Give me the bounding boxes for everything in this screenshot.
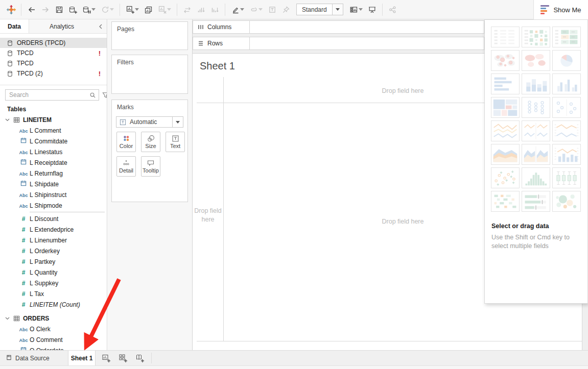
- field-item[interactable]: AbcL Comment: [0, 125, 107, 136]
- rows-shelf-area[interactable]: [250, 37, 484, 50]
- showme-lines-discrete[interactable]: [522, 120, 550, 141]
- field-item[interactable]: L Shipdate: [0, 179, 107, 189]
- showme-histogram[interactable]: [522, 167, 550, 188]
- show-hide-cards-caret[interactable]: [359, 3, 364, 16]
- showme-highlight-table[interactable]: [552, 27, 581, 47]
- fix-axes-button[interactable]: [279, 3, 293, 16]
- text-table-icon: [492, 28, 518, 46]
- filter-fields-icon[interactable]: [102, 91, 107, 99]
- field-item[interactable]: #L Extendedprice: [0, 224, 107, 235]
- showme-bullet-graphs[interactable]: [522, 191, 550, 212]
- table-header[interactable]: LINEITEM: [0, 114, 107, 125]
- field-item[interactable]: AbcL Returnflag: [0, 168, 107, 179]
- chevron-down-icon[interactable]: [4, 317, 10, 320]
- share-workbook-button[interactable]: [386, 3, 399, 16]
- field-item[interactable]: AbcO Comment: [0, 334, 107, 345]
- field-item[interactable]: #L Linenumber: [0, 235, 107, 245]
- field-item[interactable]: #L Tax: [0, 288, 107, 299]
- data-source-item[interactable]: TPCD!: [0, 48, 107, 58]
- detail-button[interactable]: Detail: [116, 156, 136, 177]
- data-source-item[interactable]: TPCD: [0, 58, 107, 68]
- save-button[interactable]: [52, 3, 66, 16]
- field-item[interactable]: #L Partkey: [0, 256, 107, 267]
- drop-zone-rows[interactable]: Drop field here: [193, 207, 223, 224]
- filters-card[interactable]: Filters: [111, 55, 188, 94]
- showme-side-by-side-bars[interactable]: [552, 73, 581, 94]
- sort-descending-button[interactable]: [208, 3, 222, 16]
- duplicate-sheet-button[interactable]: [142, 3, 155, 16]
- mark-type-dropdown[interactable]: Automatic: [116, 116, 183, 128]
- data-source-item[interactable]: TPCD (2)!: [0, 68, 107, 79]
- sort-ascending-button[interactable]: [194, 3, 208, 16]
- new-data-source-button[interactable]: [66, 3, 80, 16]
- columns-shelf-area[interactable]: [250, 20, 484, 34]
- fit-mode-caret[interactable]: [332, 4, 343, 15]
- undo-button[interactable]: [25, 3, 38, 16]
- new-worksheet-caret[interactable]: [135, 3, 140, 16]
- showme-gantt[interactable]: [491, 191, 520, 212]
- new-dashboard-button[interactable]: [117, 351, 129, 365]
- showme-dual-lines[interactable]: [552, 120, 581, 141]
- showme-circle-views[interactable]: [522, 97, 550, 118]
- data-source-tab[interactable]: Data Source: [0, 351, 61, 365]
- field-item[interactable]: O Orderdate: [0, 345, 107, 350]
- showme-horizontal-bars[interactable]: [491, 73, 520, 94]
- field-item[interactable]: #L Discount: [0, 213, 107, 224]
- field-item[interactable]: AbcO Clerk: [0, 324, 107, 334]
- showme-area-charts-discrete[interactable]: [522, 144, 550, 165]
- showme-filled-map[interactable]: [522, 50, 550, 71]
- tooltip-button[interactable]: Tooltip: [141, 156, 160, 177]
- tab-analytics[interactable]: Analytics: [29, 19, 95, 33]
- presentation-mode-button[interactable]: [365, 3, 379, 16]
- showme-lines-continuous[interactable]: [491, 120, 520, 141]
- sheet-1-tab[interactable]: Sheet 1: [68, 351, 96, 365]
- showme-side-by-side-circles[interactable]: [552, 97, 581, 118]
- showme-stacked-bars[interactable]: [522, 73, 550, 94]
- field-item[interactable]: AbcL Linestatus: [0, 146, 107, 157]
- redo-button[interactable]: [38, 3, 52, 16]
- showme-packed-bubbles[interactable]: [552, 191, 581, 212]
- color-button[interactable]: Color: [116, 132, 136, 152]
- showme-dual-combination[interactable]: [552, 144, 581, 165]
- rows-shelf[interactable]: Rows: [193, 37, 484, 50]
- field-item[interactable]: L Commitdate: [0, 136, 107, 146]
- group-members-caret[interactable]: [258, 3, 264, 16]
- fit-mode-select[interactable]: Standard: [296, 4, 343, 15]
- search-input[interactable]: [8, 91, 89, 99]
- clear-sheet-caret[interactable]: [167, 3, 173, 16]
- showme-area-charts-continuous[interactable]: [491, 144, 520, 165]
- table-header[interactable]: ORDERS: [0, 313, 107, 324]
- showme-treemap[interactable]: [491, 97, 520, 118]
- run-auto-updates-caret[interactable]: [110, 3, 115, 16]
- chevron-down-icon[interactable]: [4, 118, 10, 121]
- columns-shelf[interactable]: Columns: [193, 20, 484, 34]
- text-button[interactable]: Text: [166, 132, 185, 152]
- showme-symbol-map[interactable]: [491, 50, 520, 71]
- collapse-pane-button[interactable]: [95, 19, 107, 33]
- tab-data[interactable]: Data: [0, 19, 29, 33]
- pages-card[interactable]: Pages: [111, 21, 188, 50]
- field-item[interactable]: #L Orderkey: [0, 245, 107, 256]
- size-button[interactable]: Size: [141, 132, 160, 152]
- highlight-caret[interactable]: [240, 3, 246, 16]
- mark-type-caret[interactable]: [172, 117, 183, 127]
- field-item[interactable]: AbcL Shipinstruct: [0, 189, 107, 200]
- field-item[interactable]: #L Suppkey: [0, 278, 107, 288]
- showme-box-and-whisker[interactable]: [552, 167, 581, 188]
- data-source-item[interactable]: ORDERS (TPCD): [0, 38, 107, 48]
- showme-scatter-plots[interactable]: [491, 167, 520, 188]
- show-mark-labels-button[interactable]: [265, 3, 279, 16]
- show-me-button[interactable]: Show Me: [533, 0, 588, 19]
- search-box[interactable]: [5, 89, 99, 101]
- showme-text-table[interactable]: [491, 27, 520, 47]
- swap-rows-columns-button[interactable]: [180, 3, 194, 16]
- new-story-button[interactable]: [134, 351, 146, 365]
- field-item[interactable]: AbcL Shipmode: [0, 200, 107, 211]
- field-item[interactable]: #LINEITEM (Count): [0, 299, 107, 310]
- field-item[interactable]: #L Quantity: [0, 267, 107, 278]
- new-worksheet-button[interactable]: [100, 351, 112, 365]
- field-item[interactable]: L Receiptdate: [0, 157, 107, 168]
- showme-heat-map[interactable]: [522, 27, 550, 47]
- pause-auto-updates-caret[interactable]: [91, 3, 97, 16]
- showme-pie-chart[interactable]: [552, 50, 581, 71]
